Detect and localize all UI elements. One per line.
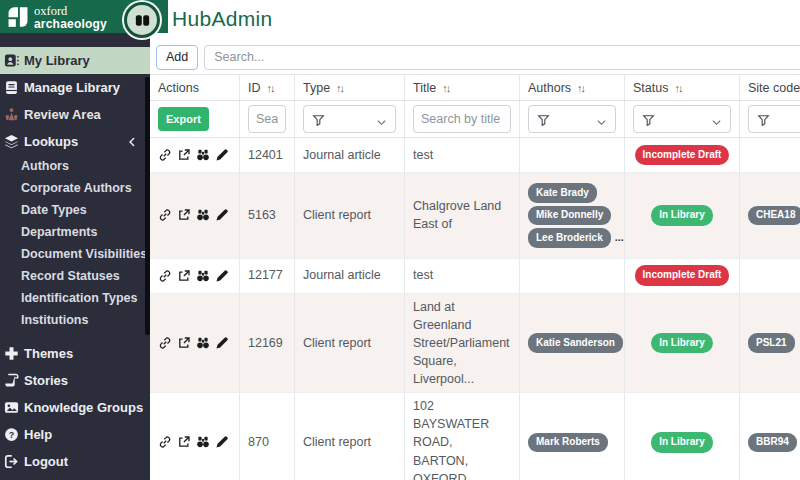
cell-actions <box>150 173 240 258</box>
cell-site-codes: CHEA18 <box>740 173 800 258</box>
external-link-icon[interactable] <box>177 208 191 222</box>
column-header-type[interactable]: Type↑↓ <box>295 75 405 100</box>
site-code-pill: CHEA18 <box>748 206 800 226</box>
binoculars-icon[interactable] <box>196 148 210 162</box>
app-root: oxford archaeology HubAdmin My LibraryMa… <box>0 0 800 480</box>
cell-title: Land at Greenland Street/Parliament Squa… <box>405 294 520 393</box>
cell-type: Client report <box>295 294 405 393</box>
cell-id: 12401 <box>240 138 295 172</box>
cell-status: In Library <box>625 173 740 258</box>
sidebar-item-label: Knowledge Groups <box>24 400 143 415</box>
cell-actions <box>150 259 240 293</box>
id-filter-input[interactable] <box>248 105 286 133</box>
sort-arrows-icon[interactable]: ↑↓ <box>442 82 449 94</box>
sidebar-subitem-departments[interactable]: Departments <box>0 221 150 243</box>
sidebar-item-label: Help <box>24 427 52 442</box>
cell-authors: Katie Sanderson <box>520 294 625 393</box>
sidebar-subitem-date-types[interactable]: Date Types <box>0 199 150 221</box>
link-icon[interactable] <box>158 148 172 162</box>
sidebar-subitem-authors[interactable]: Authors <box>0 155 150 177</box>
external-link-icon[interactable] <box>177 435 191 449</box>
sort-arrows-icon[interactable]: ↑↓ <box>267 82 274 94</box>
link-icon[interactable] <box>158 269 172 283</box>
binoculars-icon[interactable] <box>196 435 210 449</box>
sidebar-item-label: Manage Library <box>24 80 120 95</box>
column-header-authors[interactable]: Authors↑↓ <box>520 75 625 100</box>
sidebar-subitem-institutions[interactable]: Institutions <box>0 309 150 331</box>
type-filter-select[interactable] <box>303 105 396 133</box>
cell-actions <box>150 294 240 393</box>
cell-site-codes <box>740 259 800 293</box>
pen-icon[interactable] <box>215 336 229 350</box>
external-link-icon[interactable] <box>177 269 191 283</box>
sidebar-subitem-document-visibilities[interactable]: Document Visibilities <box>0 243 150 265</box>
cell-type: Journal article <box>295 138 405 172</box>
binoculars-icon[interactable] <box>196 336 210 350</box>
sidebar-subitem-corporate-authors[interactable]: Corporate Authors <box>0 177 150 199</box>
cell-site-codes <box>740 138 800 172</box>
cell-actions <box>150 138 240 172</box>
sidebar-item-logout[interactable]: Logout <box>0 448 150 475</box>
library-table: ActionsID↑↓Type↑↓Title↑↓Authors↑↓Status↑… <box>150 74 800 480</box>
cell-type: Journal article <box>295 259 405 293</box>
sidebar-item-stories[interactable]: Stories <box>0 367 150 394</box>
chevron-down-icon <box>376 114 387 125</box>
sidebar-item-themes[interactable]: Themes <box>0 340 150 367</box>
funnel-icon <box>537 113 550 126</box>
toolbar: Add <box>150 40 800 74</box>
sidebar-item-manage-library[interactable]: Manage Library <box>0 74 150 101</box>
table-row: 12169Client reportLand at Greenland Stre… <box>150 294 800 394</box>
export-button[interactable]: Export <box>158 107 209 131</box>
pen-icon[interactable] <box>215 208 229 222</box>
link-icon[interactable] <box>158 208 172 222</box>
sidebar-item-my-library[interactable]: My Library <box>0 47 150 74</box>
funnel-icon <box>312 113 325 126</box>
status-filter-select[interactable] <box>633 105 731 133</box>
column-header-status[interactable]: Status↑↓ <box>625 75 740 100</box>
sidebar-item-review-area[interactable]: Review Area <box>0 101 150 128</box>
cell-id: 5163 <box>240 173 295 258</box>
filter-cell-actions: Export <box>150 101 240 137</box>
authors-filter-select[interactable] <box>528 105 616 133</box>
table-row: 870Client report102 BAYSWATER ROAD, BART… <box>150 393 800 480</box>
sidebar-subitem-record-statuses[interactable]: Record Statuses <box>0 265 150 287</box>
org-logo-line2: archaeology <box>34 18 107 30</box>
sidebar-item-label: Lookups <box>24 134 78 149</box>
pen-icon[interactable] <box>215 435 229 449</box>
sidebar-item-label: Review Area <box>24 107 101 122</box>
chevron-left-icon[interactable] <box>126 136 138 148</box>
title-filter-input[interactable] <box>413 105 511 133</box>
link-icon[interactable] <box>158 435 172 449</box>
more-authors-ellipsis: ... <box>615 230 624 246</box>
column-header-site-codes[interactable]: Site codes↑↓ <box>740 75 800 100</box>
pen-icon[interactable] <box>215 148 229 162</box>
pen-icon[interactable] <box>215 269 229 283</box>
sort-arrows-icon[interactable]: ↑↓ <box>336 82 343 94</box>
sidebar-item-knowledge-groups[interactable]: Knowledge Groups <box>0 394 150 421</box>
cell-authors: Kate BradyMike DonnellyLee Broderick... <box>520 173 625 258</box>
table-row: 12401Journal articletestIncomplete Draft <box>150 138 800 173</box>
binoculars-icon[interactable] <box>196 269 210 283</box>
cell-id: 870 <box>240 393 295 480</box>
cell-status: Incomplete Draft <box>625 138 740 172</box>
column-label: Type <box>303 81 330 95</box>
sidebar-item-lookups[interactable]: Lookups <box>0 128 150 155</box>
chevron-down-icon <box>596 114 607 125</box>
cell-site-codes: PSL21 <box>740 294 800 393</box>
add-button[interactable]: Add <box>156 45 198 70</box>
external-link-icon[interactable] <box>177 336 191 350</box>
cell-authors <box>520 259 625 293</box>
global-search-input[interactable] <box>204 45 800 70</box>
column-header-title[interactable]: Title↑↓ <box>405 75 520 100</box>
sidebar-subitem-identification-types[interactable]: Identification Types <box>0 287 150 309</box>
column-header-id[interactable]: ID↑↓ <box>240 75 295 100</box>
site-codes-filter-select[interactable] <box>748 105 800 133</box>
sidebar-item-help[interactable]: ?Help <box>0 421 150 448</box>
page-title: HubAdmin <box>172 7 272 31</box>
link-icon[interactable] <box>158 336 172 350</box>
table-row: 5163Client reportChalgrove Land East ofK… <box>150 173 800 259</box>
binoculars-icon[interactable] <box>196 208 210 222</box>
sort-arrows-icon[interactable]: ↑↓ <box>674 82 681 94</box>
external-link-icon[interactable] <box>177 148 191 162</box>
sort-arrows-icon[interactable]: ↑↓ <box>577 82 584 94</box>
